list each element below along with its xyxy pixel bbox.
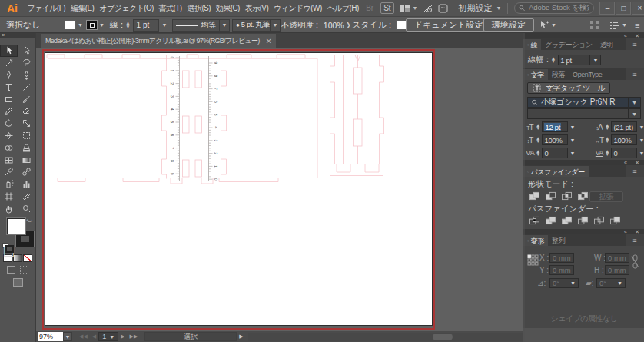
touch-type-tool-button[interactable]: 文字タッチツール — [527, 82, 610, 94]
close-panel-icon[interactable]: ✕ — [635, 160, 639, 165]
variable-width-dropdown[interactable]: 均等 ▼ — [172, 18, 230, 32]
minus-front-icon[interactable] — [545, 191, 556, 201]
artboard-number-field[interactable]: 1▼ — [98, 332, 118, 341]
symbol-sprayer-tool[interactable] — [0, 178, 18, 191]
stroke-tab-1[interactable]: グラデーション — [541, 39, 596, 50]
menu-item-4[interactable]: 選択(S) — [184, 0, 213, 16]
rotate-tool[interactable] — [0, 118, 18, 130]
more-options-chevron[interactable]: ❯ — [346, 18, 351, 32]
status-menu-arrow[interactable]: ▶ — [237, 334, 245, 340]
constrain-proportions-icon[interactable] — [630, 254, 640, 270]
menu-item-1[interactable]: 編集(E) — [68, 0, 97, 16]
canvas-area[interactable]: 01234567899876543210 — [36, 48, 523, 331]
stroke-weight-panel-stepper[interactable]: ▲▼ — [551, 57, 556, 63]
shape-builder-tool[interactable] — [0, 141, 18, 154]
character-tab-2[interactable]: OpenType — [569, 69, 606, 80]
panel-options-icon[interactable]: ▼ — [609, 18, 627, 32]
workspace-grid-icon[interactable] — [590, 18, 599, 32]
line-segment-tool[interactable] — [18, 81, 35, 93]
character-tab-0[interactable]: 文字 — [523, 69, 548, 80]
outline-icon[interactable] — [593, 216, 605, 225]
reference-point-icon[interactable] — [527, 254, 539, 266]
zoom-dropdown-icon[interactable]: ▼ — [63, 332, 72, 341]
pathfinder-panel-menu-icon[interactable]: ≡ — [626, 165, 644, 177]
default-fill-stroke-icon[interactable]: ◳ — [2, 243, 8, 248]
workspace-switcher[interactable]: 初期設定 — [459, 2, 493, 14]
blend-tool[interactable] — [18, 166, 35, 178]
toolbar-collapse-header[interactable]: « — [0, 33, 35, 38]
stroke-weight-dropdown[interactable]: ▼ — [590, 55, 601, 65]
font-family-field[interactable]: 小塚ゴシック Pr6N R ▼ — [527, 97, 641, 108]
mesh-tool[interactable] — [0, 154, 18, 166]
next-artboard-button[interactable]: ▶ — [118, 334, 127, 340]
character-leading-control[interactable]: ↕A ▲▼ (21 pt) ▼ — [595, 121, 644, 132]
close-button[interactable]: × — [632, 2, 644, 15]
eraser-tool[interactable] — [18, 105, 35, 118]
bridge-button[interactable]: Br — [363, 3, 376, 13]
curvature-tool[interactable] — [18, 69, 35, 81]
stroke-color-swatch[interactable]: ▼ — [86, 18, 105, 32]
character-kerning-control[interactable]: V⁄A ▲▼ 0 ▼ — [526, 148, 575, 158]
close-panel-icon[interactable]: ✕ — [635, 33, 639, 38]
intersect-icon[interactable] — [561, 191, 573, 201]
pathfinder-tab-0[interactable]: パスファインダー — [523, 166, 589, 177]
horizontal-scrollbar-thumb[interactable] — [433, 334, 453, 340]
brush-definition-dropdown[interactable]: ●5 pt. 丸筆 ▼ — [232, 18, 281, 32]
direct-selection-tool[interactable] — [18, 45, 35, 57]
artboard-tool[interactable] — [0, 191, 18, 203]
crop-icon[interactable] — [577, 216, 589, 225]
x-field[interactable]: 0 mm — [549, 253, 574, 263]
menu-item-3[interactable]: 書式(T) — [156, 0, 184, 16]
stroke-tab-2[interactable]: 透明 — [596, 39, 617, 50]
exclude-icon[interactable] — [577, 191, 589, 201]
fill-proxy-swatch[interactable] — [7, 218, 25, 234]
shear-field[interactable]: 0°▼ — [596, 278, 626, 288]
menu-list-icon[interactable]: ≡ — [635, 18, 639, 32]
pen-tool[interactable] — [0, 69, 18, 81]
horizontal-scrollbar[interactable] — [248, 333, 528, 341]
pencil-tool[interactable] — [0, 105, 18, 118]
character-tracking-control[interactable]: VA ▲▼ 0 ▼ — [595, 148, 644, 158]
stroke-weight-stepper[interactable]: ▲▼ — [125, 22, 130, 28]
gpu-performance-icon[interactable] — [423, 4, 433, 13]
character-font-size-control[interactable]: TT ▲▼ 12 pt ▼ — [526, 121, 575, 132]
draw-normal-button[interactable] — [7, 266, 15, 274]
rotate-field[interactable]: 0°▼ — [549, 278, 579, 288]
preferences-button[interactable]: 環境設定 — [483, 18, 534, 32]
minimize-button[interactable]: – — [599, 2, 615, 15]
maximize-button[interactable]: □ — [616, 2, 631, 15]
collapse-panels-icon[interactable]: « — [624, 160, 627, 165]
zoom-level-field[interactable]: 97% — [38, 332, 63, 341]
h-field[interactable]: 0 mm — [605, 265, 629, 275]
cursor-options-icon[interactable]: ▼ — [538, 18, 556, 32]
minus-back-icon[interactable] — [609, 216, 621, 225]
lasso-tool[interactable] — [18, 57, 35, 69]
paintbrush-tool[interactable] — [18, 93, 35, 105]
last-artboard-button[interactable]: ▶▶ — [128, 334, 141, 340]
menu-item-2[interactable]: オブジェクト(O) — [97, 0, 156, 16]
toolbar-grip[interactable] — [0, 38, 35, 45]
character-vertical-scale-control[interactable]: ↕T ▲▼ 100% ▼ — [526, 134, 575, 145]
magic-wand-tool[interactable] — [0, 57, 18, 69]
arrange-documents-button[interactable]: ▼ — [399, 4, 418, 12]
transform-tab-0[interactable]: 変形 — [523, 235, 548, 246]
menu-item-0[interactable]: ファイル(F) — [25, 0, 68, 16]
stock-button[interactable]: St — [380, 2, 393, 14]
rectangle-tool[interactable] — [0, 93, 18, 105]
opacity-field[interactable]: 100% — [324, 21, 344, 30]
transform-panel-menu-icon[interactable]: ≡ — [626, 234, 644, 246]
menu-item-8[interactable]: ヘルプ(H) — [324, 0, 361, 16]
character-panel-menu-icon[interactable]: ≡ — [626, 68, 644, 80]
merge-icon[interactable] — [561, 216, 573, 225]
prev-artboard-button[interactable]: ◀ — [90, 334, 98, 340]
slice-tool[interactable] — [18, 191, 35, 203]
swap-fill-stroke-icon[interactable]: ⤸ — [26, 219, 32, 222]
draw-inside-button[interactable] — [20, 266, 28, 274]
menu-item-7[interactable]: ウィンドウ(W) — [271, 0, 324, 16]
artboard[interactable] — [45, 53, 433, 326]
zoom-tool[interactable] — [18, 202, 35, 214]
menu-item-5[interactable]: 効果(C) — [213, 0, 242, 16]
close-panel-icon[interactable]: ✕ — [635, 229, 639, 234]
hand-tool[interactable] — [0, 202, 18, 214]
trim-icon[interactable] — [545, 216, 556, 225]
